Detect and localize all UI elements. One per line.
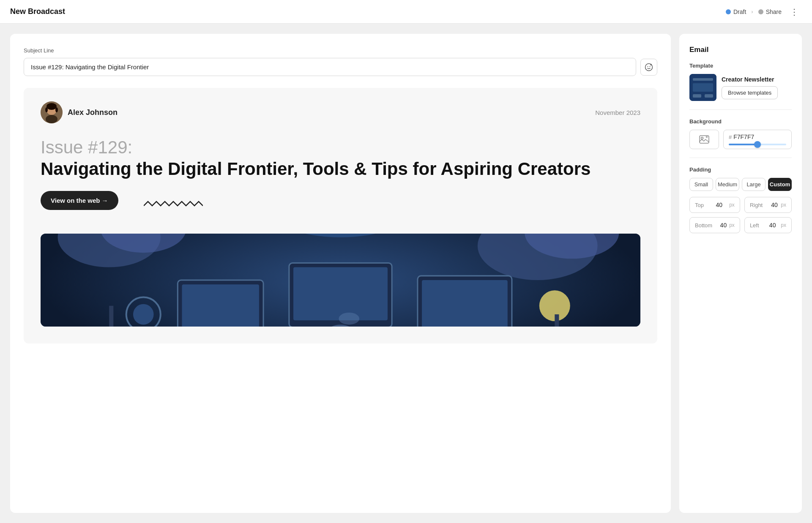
template-thumb-icon: [689, 74, 716, 101]
padding-small-button[interactable]: Small: [689, 178, 713, 191]
svg-point-7: [45, 107, 48, 112]
bg-color-input: #: [723, 130, 792, 149]
hero-image: [41, 234, 640, 327]
padding-bottom-input[interactable]: [715, 222, 727, 229]
author-name: Alex Johnson: [68, 108, 118, 117]
svg-point-25: [133, 304, 154, 325]
svg-rect-33: [693, 78, 713, 81]
background-section: Background #: [689, 118, 792, 149]
more-options-button[interactable]: ⋮: [787, 5, 802, 19]
svg-rect-23: [422, 280, 508, 327]
emoji-icon: [645, 63, 653, 71]
padding-left-unit: px: [781, 222, 786, 228]
svg-point-8: [55, 107, 58, 112]
color-value-input[interactable]: [733, 133, 767, 140]
issue-title: Navigating the Digital Frontier, Tools &…: [41, 159, 640, 179]
padding-medium-button[interactable]: Medium: [716, 178, 739, 191]
topbar-right: Draft › Share ⋮: [726, 5, 802, 19]
template-thumbnail: [689, 74, 716, 101]
subject-row: [24, 58, 657, 76]
subject-input[interactable]: [24, 58, 636, 76]
cta-row: View on the web →: [41, 191, 640, 222]
main-layout: Subject Line: [0, 24, 812, 523]
issue-number: Issue #129:: [41, 138, 640, 157]
svg-rect-36: [705, 94, 713, 98]
hero-svg: [41, 234, 640, 327]
padding-large-button[interactable]: Large: [742, 178, 766, 191]
padding-right-label: Right: [750, 202, 763, 208]
subject-label: Subject Line: [24, 47, 657, 54]
bg-row: #: [689, 130, 792, 149]
content-area: Subject Line: [10, 34, 671, 513]
template-info: Creator Newsletter Browse templates: [722, 76, 778, 99]
padding-top-unit: px: [729, 202, 735, 208]
share-status: Share: [758, 8, 782, 15]
svg-point-26: [539, 291, 570, 321]
padding-left-label: Left: [750, 222, 759, 229]
topbar: New Broadcast Draft › Share ⋮: [0, 0, 812, 24]
padding-right-field: Right px: [744, 197, 792, 213]
padding-right-unit: px: [781, 202, 786, 208]
status-badge: Draft: [726, 8, 746, 15]
svg-point-4: [46, 115, 57, 123]
padding-top-input[interactable]: [711, 202, 722, 208]
browse-templates-button[interactable]: Browse templates: [722, 86, 778, 99]
svg-point-6: [46, 103, 57, 110]
wave-decoration: [144, 199, 203, 214]
padding-options: Small Medium Large Custom: [689, 178, 792, 191]
padding-left-input[interactable]: [764, 222, 776, 229]
padding-top-field: Top px: [689, 197, 740, 213]
bg-image-button[interactable]: [689, 130, 719, 149]
svg-rect-34: [693, 83, 713, 92]
padding-fields: Top px Right px Bottom px Left p: [689, 197, 792, 233]
wave-icon: [144, 199, 203, 212]
svg-point-1: [648, 66, 648, 67]
padding-section: Padding Small Medium Large Custom Top px…: [689, 166, 792, 233]
issue-date: November 2023: [595, 109, 640, 116]
padding-label: Padding: [689, 166, 792, 173]
share-button[interactable]: Share: [766, 8, 782, 15]
email-preview: Alex Johnson November 2023 Issue #129: N…: [24, 88, 657, 343]
svg-rect-29: [109, 306, 113, 327]
padding-bottom-unit: px: [729, 222, 735, 228]
emoji-button[interactable]: [640, 59, 657, 76]
draft-dot: [726, 9, 731, 14]
email-body: Issue #129: Navigating the Digital Front…: [24, 133, 657, 343]
color-slider[interactable]: [729, 144, 786, 145]
template-label: Template: [689, 63, 792, 69]
color-hash-row: #: [729, 133, 786, 140]
view-on-web-button[interactable]: View on the web →: [41, 191, 118, 210]
padding-left-field: Left px: [744, 217, 792, 233]
template-row: Creator Newsletter Browse templates: [689, 74, 792, 101]
image-icon: [698, 133, 710, 145]
padding-custom-button[interactable]: Custom: [768, 178, 792, 191]
svg-point-2: [650, 66, 651, 67]
draft-label: Draft: [733, 8, 746, 15]
sidebar-title: Email: [689, 46, 792, 54]
template-name: Creator Newsletter: [722, 76, 778, 83]
svg-point-38: [701, 137, 703, 139]
padding-top-label: Top: [695, 202, 704, 208]
email-header: Alex Johnson November 2023: [24, 88, 657, 133]
avatar: [41, 101, 63, 123]
padding-bottom-field: Bottom px: [689, 217, 740, 233]
share-dot: [758, 9, 763, 14]
author-block: Alex Johnson: [41, 101, 118, 123]
sidebar: Email Template Creator Newsletter Browse…: [679, 34, 802, 513]
svg-rect-35: [693, 94, 701, 98]
svg-rect-16: [293, 267, 388, 321]
padding-bottom-label: Bottom: [695, 222, 712, 229]
divider-1: [689, 109, 792, 110]
padding-right-input[interactable]: [766, 202, 778, 208]
svg-rect-19: [182, 285, 259, 327]
status-arrow: ›: [751, 8, 753, 15]
divider-2: [689, 158, 792, 158]
svg-rect-30: [555, 315, 559, 327]
page-title: New Broadcast: [10, 7, 65, 16]
svg-point-28: [339, 313, 359, 325]
background-label: Background: [689, 118, 792, 125]
color-hash-symbol: #: [729, 134, 732, 140]
